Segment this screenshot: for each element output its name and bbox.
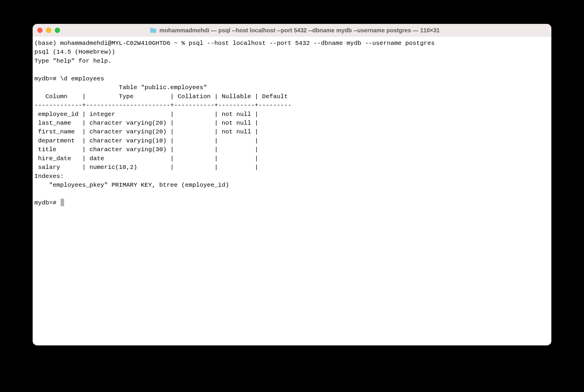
terminal-line: salary | numeric(10,2) | | |: [34, 164, 262, 171]
terminal-body[interactable]: (base) mohammadmehdi@MYL-C02W410GHTD6 ~ …: [33, 37, 551, 345]
terminal-line: department | character varying(10) | | |: [34, 137, 262, 144]
terminal-window: mohammadmehdi — psql --host localhost --…: [33, 24, 551, 345]
terminal-line: Column | Type | Collation | Nullable | D…: [34, 93, 291, 100]
terminal-line: first_name | character varying(20) | | n…: [34, 128, 262, 135]
terminal-line: "employees_pkey" PRIMARY KEY, btree (emp…: [34, 182, 229, 188]
terminal-line: (base) mohammadmehdi@MYL-C02W410GHTD6 ~ …: [34, 40, 435, 47]
window-title: mohammadmehdi — psql --host localhost --…: [159, 27, 440, 34]
terminal-line: hire_date | date | | |: [34, 155, 262, 162]
title-wrap: mohammadmehdi — psql --host localhost --…: [43, 27, 547, 34]
terminal-line: Indexes:: [34, 173, 64, 180]
terminal-line: title | character varying(30) | | |: [34, 146, 262, 153]
terminal-prompt: mydb=#: [34, 199, 60, 206]
terminal-line: psql (14.5 (Homebrew)): [34, 49, 115, 55]
folder-icon: [150, 28, 156, 33]
terminal-line: last_name | character varying(20) | | no…: [34, 120, 262, 126]
terminal-line: mydb=# \d employees: [34, 75, 104, 82]
terminal-line: Type "help" for help.: [34, 58, 112, 64]
titlebar[interactable]: mohammadmehdi — psql --host localhost --…: [33, 24, 551, 37]
cursor: [61, 199, 64, 206]
terminal-line: Table "public.employees": [34, 84, 207, 91]
terminal-line: -------------+-----------------------+--…: [34, 102, 291, 109]
terminal-line: employee_id | integer | | not null |: [34, 111, 262, 118]
close-button[interactable]: [37, 28, 43, 33]
